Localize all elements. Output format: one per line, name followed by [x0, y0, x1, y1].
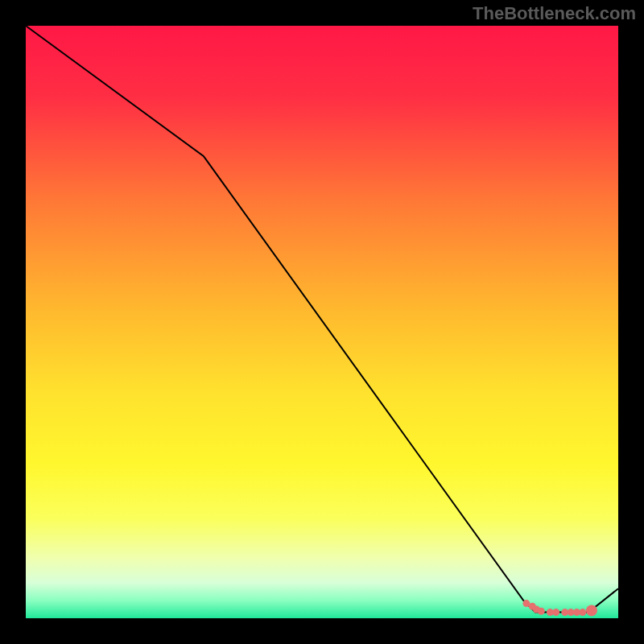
- data-marker: [579, 609, 586, 616]
- data-marker: [552, 609, 559, 616]
- bottleneck-chart: [0, 0, 644, 644]
- data-marker: [538, 608, 545, 615]
- data-marker-highlight: [586, 605, 597, 616]
- watermark-text: TheBottleneck.com: [473, 3, 636, 24]
